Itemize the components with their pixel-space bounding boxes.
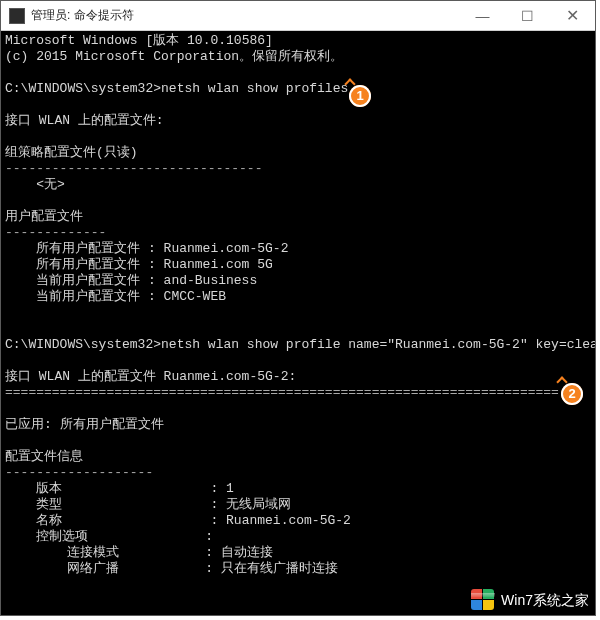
info-row: 连接模式 : 自动连接 [5,545,273,560]
banner-line: Microsoft Windows [版本 10.0.10586] [5,33,273,48]
info-row: 网络广播 : 只在有线广播时连接 [5,561,338,576]
minimize-button[interactable]: — [460,1,505,30]
group-policy-none: <无> [5,177,65,192]
info-row: 控制选项 : [5,529,213,544]
divider-line: --------------------------------- [5,161,262,176]
watermark: Win7系统之家 [471,589,589,613]
section-header: 接口 WLAN 上的配置文件: [5,113,164,128]
close-button[interactable]: ✕ [550,1,595,30]
maximize-button[interactable]: ☐ [505,1,550,30]
section-header: 接口 WLAN 上的配置文件 Ruanmei.com-5G-2: [5,369,296,384]
user-profiles-header: 用户配置文件 [5,209,83,224]
windows-logo-icon [471,589,497,613]
group-policy-header: 组策略配置文件(只读) [5,145,138,160]
command-2: netsh wlan show profile name="Ruanmei.co… [161,337,595,352]
terminal-output[interactable]: Microsoft Windows [版本 10.0.10586] (c) 20… [1,31,595,615]
prompt: C:\WINDOWS\system32> [5,337,161,352]
cmd-icon [9,8,25,24]
divider-line: ------------------- [5,465,153,480]
applied-line: 已应用: 所有用户配置文件 [5,417,164,432]
profile-row: 所有用户配置文件 : Ruanmei.com-5G-2 [5,241,288,256]
annotation-badge-1: 1 [349,85,371,107]
profile-row: 当前用户配置文件 : CMCC-WEB [5,289,226,304]
info-row: 类型 : 无线局域网 [5,497,291,512]
divider-line: ------------- [5,225,106,240]
info-row: 名称 : Ruanmei.com-5G-2 [5,513,351,528]
divider-line: ========================================… [5,385,559,400]
info-row: 版本 : 1 [5,481,234,496]
window-controls: — ☐ ✕ [460,1,595,30]
profile-row: 当前用户配置文件 : and-Business [5,273,257,288]
annotation-badge-2: 2 [561,383,583,405]
watermark-text: Win7系统之家 [501,592,589,610]
window-title: 管理员: 命令提示符 [31,7,460,24]
profile-row: 所有用户配置文件 : Ruanmei.com 5G [5,257,273,272]
prompt: C:\WINDOWS\system32> [5,81,161,96]
banner-line: (c) 2015 Microsoft Corporation。保留所有权利。 [5,49,343,64]
profile-info-header: 配置文件信息 [5,449,83,464]
titlebar[interactable]: 管理员: 命令提示符 — ☐ ✕ [1,1,595,31]
command-prompt-window: 管理员: 命令提示符 — ☐ ✕ Microsoft Windows [版本 1… [0,0,596,616]
command-1: netsh wlan show profiles [161,81,348,96]
